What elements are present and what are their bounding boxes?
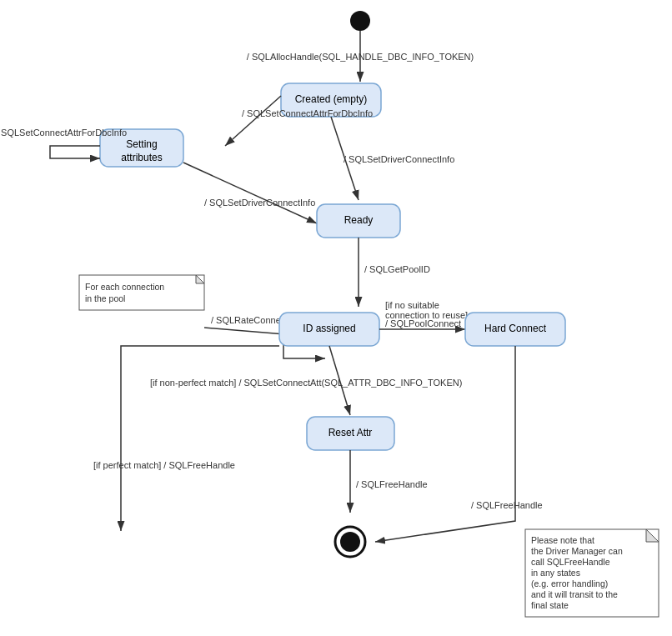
label-set-driver: / SQLSetDriverConnectInfo xyxy=(204,198,315,208)
state-reset-attr-label: Reset Attr xyxy=(328,427,373,438)
arrow-perfect-final xyxy=(121,346,279,531)
final-state-inner xyxy=(340,532,360,552)
note-pool-text1: For each connection xyxy=(85,282,164,292)
label-no-suitable: [if no suitable xyxy=(385,300,439,310)
note-final-line4: in any states xyxy=(531,568,580,578)
label-free-handle-hc: / SQLFreeHandle xyxy=(471,500,543,510)
label-get-pool-id: / SQLGetPoolID xyxy=(364,264,430,274)
arrow-setting-ready xyxy=(183,163,317,223)
note-final-line6: and it will transit to the xyxy=(531,589,618,599)
state-diagram: / SQLAllocHandle(SQL_HANDLE_DBC_INFO_TOK… xyxy=(0,0,672,636)
note-final-line1: Please note that xyxy=(531,535,594,545)
note-final-line7: final state xyxy=(531,600,569,610)
note-final-line5: (e.g. error handling) xyxy=(531,578,608,588)
arrow-created-setting xyxy=(225,96,281,146)
state-ready-label: Ready xyxy=(344,214,374,226)
label-alloc-handle: / SQLAllocHandle(SQL_HANDLE_DBC_INFO_TOK… xyxy=(247,52,474,62)
label-perfect-match: [if perfect match] / SQLFreeHandle xyxy=(93,460,235,470)
state-created-label: Created (empty) xyxy=(295,93,368,105)
state-id-label: ID assigned xyxy=(303,323,355,334)
note-final-line3: call SQLFreeHandle xyxy=(531,557,610,567)
state-hard-connect-label: Hard Connect xyxy=(484,323,547,334)
note-final-line2: the Driver Manager can xyxy=(531,546,623,556)
note-pool-text2: in the pool xyxy=(85,293,125,303)
state-setting-label1: Setting xyxy=(126,138,157,150)
label-self-set-attr: / SQLSetConnectAttrForDbcInfo xyxy=(0,128,127,138)
arrow-hardconnect-final xyxy=(375,346,515,542)
label-pool-connect: / SQLPoolConnect xyxy=(385,318,461,328)
initial-state xyxy=(350,11,370,31)
label-free-handle-reset: / SQLFreeHandle xyxy=(356,479,428,489)
label-non-perfect: [if non-perfect match] / SQLSetConnectAt… xyxy=(150,378,462,388)
state-setting-label2: attributes xyxy=(121,152,162,163)
arrow-self-setting xyxy=(50,146,100,158)
note-pool-box xyxy=(79,275,204,310)
label-set-driver2: / SQLSetDriverConnectInfo xyxy=(344,154,454,164)
label-set-connect-attr: / SQLSetConnectAttrForDbcInfo xyxy=(242,108,373,118)
